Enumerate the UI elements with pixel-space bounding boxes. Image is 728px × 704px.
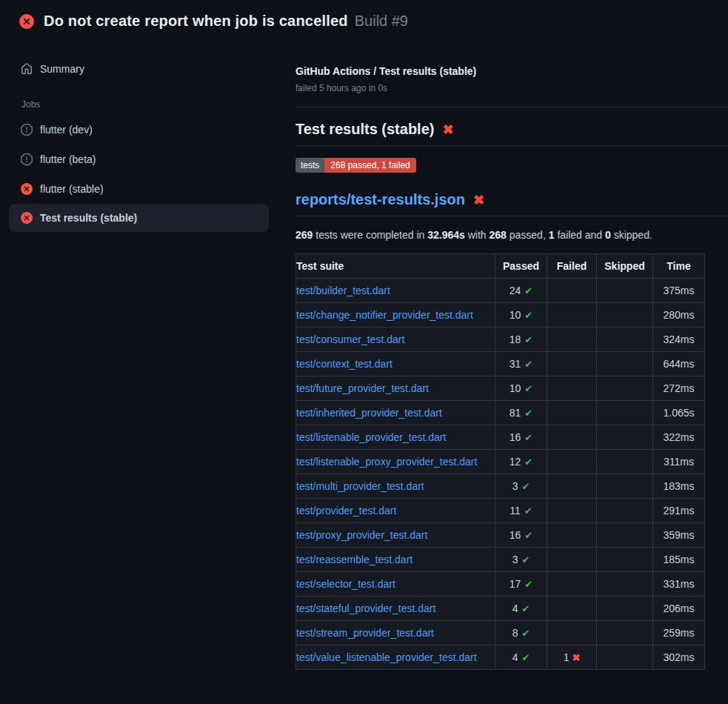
tests-badge-label: tests (295, 158, 324, 173)
passed-cell: 4✔ (495, 645, 547, 670)
suite-link[interactable]: test/consumer_test.dart (296, 333, 404, 345)
check-icon: ✔ (521, 481, 530, 492)
time-cell: 331ms (653, 572, 705, 597)
sidebar-item-summary[interactable]: Summary (9, 54, 269, 84)
time-cell: 322ms (653, 425, 705, 450)
suite-link[interactable]: test/selector_test.dart (296, 578, 395, 590)
page-header: Do not create report when job is cancell… (0, 0, 728, 42)
failed-cell (547, 572, 597, 597)
suite-cell: test/stream_provider_test.dart (296, 621, 495, 645)
suite-link[interactable]: test/context_test.dart (296, 358, 393, 370)
passed-cell: 11✔ (495, 499, 547, 523)
passed-cell-value: 16 (510, 431, 521, 443)
suite-link[interactable]: test/inherited_provider_test.dart (296, 407, 442, 419)
x-icon: ✖ (473, 193, 484, 207)
table-row: test/stateful_provider_test.dart4✔206ms (296, 597, 705, 621)
table-row: test/selector_test.dart17✔331ms (296, 572, 705, 597)
passed-cell: 18✔ (495, 328, 547, 352)
suite-link[interactable]: test/multi_provider_test.dart (296, 480, 424, 492)
failed-cell (547, 523, 597, 548)
check-icon: ✔ (524, 310, 532, 321)
sidebar-item-flutter-beta[interactable]: flutter (beta) (9, 145, 269, 174)
passed-cell: 4✔ (495, 597, 547, 621)
sidebar-item-test-results-stable[interactable]: Test results (stable) (9, 204, 269, 232)
sidebar-item-flutter-stable[interactable]: flutter (stable) (9, 174, 269, 204)
sidebar-item-label: flutter (beta) (40, 153, 96, 165)
report-file-link[interactable]: reports/test-results.json (295, 191, 465, 208)
skipped-cell (597, 523, 653, 548)
breadcrumb: GitHub Actions / Test results (stable) (295, 65, 728, 77)
suite-link[interactable]: test/listenable_provider_test.dart (296, 431, 446, 443)
passed-cell-value: 3 (512, 554, 518, 565)
summary-text: failed and (555, 229, 606, 241)
passed-cell-value: 8 (512, 627, 518, 639)
time-cell: 1.065s (653, 401, 705, 425)
time-cell: 206ms (653, 597, 705, 621)
sidebar-item-label: flutter (stable) (40, 183, 104, 195)
time-cell: 302ms (653, 645, 705, 670)
time-cell: 311ms (653, 450, 705, 474)
skipped-cell (597, 621, 653, 645)
time-cell-value: 644ms (663, 358, 694, 370)
column-header-test-suite: Test suite (296, 254, 495, 279)
suite-link[interactable]: test/proxy_provider_test.dart (296, 529, 427, 541)
page-title: Do not create report when job is cancell… (44, 13, 348, 30)
time-cell: 272ms (653, 376, 705, 401)
suite-link[interactable]: test/stream_provider_test.dart (296, 627, 434, 639)
passed-cell-value: 81 (510, 407, 521, 419)
suite-link[interactable]: test/stateful_provider_test.dart (296, 602, 435, 614)
suite-cell: test/stateful_provider_test.dart (296, 597, 495, 621)
results-table: Test suite Passed Failed Skipped Time te… (295, 253, 705, 670)
check-icon: ✔ (521, 652, 530, 663)
passed-cell-value: 11 (510, 505, 521, 517)
skipped-cell (597, 376, 653, 401)
failed-cell (547, 450, 597, 474)
suite-cell: test/listenable_proxy_provider_test.dart (296, 450, 495, 474)
sidebar: Summary Jobs flutter (dev)flutter (beta)… (0, 42, 278, 232)
failed-cell (547, 352, 597, 376)
passed-cell: 10✔ (495, 376, 547, 401)
failed-cell (547, 597, 597, 621)
skipped-cell (597, 303, 653, 328)
passed-cell: 24✔ (495, 279, 547, 303)
passed-cell-value: 10 (510, 382, 521, 394)
summary-text: tests were completed in (313, 229, 427, 241)
suite-cell: test/provider_test.dart (296, 499, 495, 523)
skipped-cell (597, 499, 653, 523)
passed-cell: 3✔ (495, 548, 547, 572)
tests-badge-value: 268 passed, 1 failed (324, 158, 415, 173)
time-cell-value: 311ms (664, 456, 694, 468)
suite-link[interactable]: test/listenable_proxy_provider_test.dart (296, 456, 477, 468)
suite-cell: test/builder_test.dart (296, 279, 495, 303)
passed-cell-value: 4 (512, 602, 518, 614)
skipped-cell (597, 279, 653, 303)
check-icon: ✔ (524, 285, 532, 296)
failed-cell (547, 328, 597, 352)
suite-link[interactable]: test/reassemble_test.dart (296, 554, 413, 565)
passed-cell-value: 31 (510, 358, 521, 370)
failed-cell (547, 474, 597, 499)
time-cell: 359ms (653, 523, 705, 548)
passed-cell-value: 24 (510, 285, 521, 296)
suite-link[interactable]: test/value_listenable_provider_test.dart (296, 651, 477, 663)
sidebar-item-flutter-dev[interactable]: flutter (dev) (9, 115, 269, 145)
column-header-skipped: Skipped (597, 254, 653, 279)
table-row: test/stream_provider_test.dart8✔259ms (296, 621, 705, 645)
check-icon: ✔ (521, 603, 530, 614)
time-cell-value: 375ms (663, 285, 694, 296)
sidebar-item-label: Test results (stable) (40, 212, 137, 224)
passed-cell-value: 10 (510, 309, 521, 321)
skipped-cell (597, 572, 653, 597)
duration-value: 32.964s (427, 229, 465, 241)
passed-cell: 3✔ (495, 474, 547, 499)
time-cell-value: 183ms (663, 480, 694, 492)
suite-link[interactable]: test/builder_test.dart (296, 285, 390, 296)
passed-cell: 31✔ (495, 352, 547, 376)
suite-link[interactable]: test/change_notifier_provider_test.dart (296, 309, 473, 321)
suite-link[interactable]: test/future_provider_test.dart (296, 382, 429, 394)
skipped-cell (597, 401, 653, 425)
time-cell: 183ms (653, 474, 705, 499)
summary-text: with (465, 229, 490, 241)
table-row: test/reassemble_test.dart3✔185ms (296, 548, 705, 572)
suite-link[interactable]: test/provider_test.dart (296, 505, 396, 517)
